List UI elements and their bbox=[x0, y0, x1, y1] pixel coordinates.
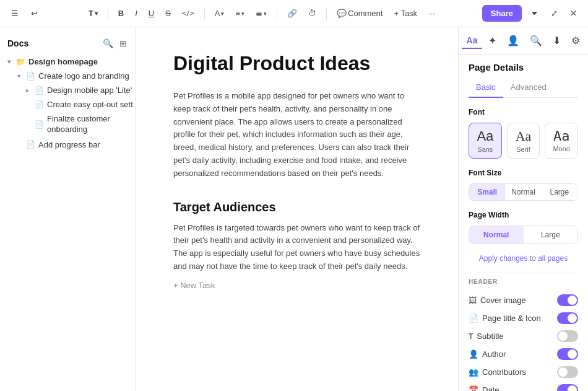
toggle-label-left: 👤 Author bbox=[469, 349, 506, 359]
toggle-label: Page title & Icon bbox=[482, 314, 541, 323]
divider-1 bbox=[108, 7, 108, 20]
content-block-intro: Pet Profiles is a mobile app designed fo… bbox=[173, 90, 421, 180]
sidebar-item-label: Design homepage bbox=[28, 57, 98, 66]
panel-star-tab[interactable]: ✦ bbox=[483, 32, 501, 49]
tab-basic[interactable]: Basic bbox=[469, 80, 503, 98]
toggle-label-left: 📅 Date bbox=[469, 385, 499, 391]
toggle-label: Contributors bbox=[482, 367, 526, 377]
fullscreen-button[interactable]: ⤢ bbox=[547, 6, 561, 20]
panel-title: Page Details bbox=[469, 62, 578, 72]
header-section-label: HEADER bbox=[469, 278, 578, 285]
history-button[interactable]: ⏷ bbox=[527, 6, 542, 20]
sidebar-title: Docs bbox=[7, 38, 28, 48]
toggle-label: Cover image bbox=[480, 296, 526, 305]
task-button[interactable]: + Task bbox=[390, 6, 421, 20]
right-panel: Aa ✦ 👤 🔍 ⬇ ⚙ Page Details Basic Advanced… bbox=[458, 27, 588, 391]
sidebar-search-button[interactable]: 🔍 bbox=[102, 37, 115, 50]
toolbar-left: ☰ ↩ bbox=[7, 6, 41, 20]
sidebar-item-label: Finalize customer onboarding bbox=[47, 114, 126, 135]
toolbar-right: Share ⏷ ⤢ ✕ bbox=[482, 5, 581, 22]
sidebar-item-design-homepage[interactable]: ▾ 📁 Design homepage bbox=[2, 55, 133, 69]
sidebar-item-label: Add progress bar bbox=[38, 140, 100, 149]
width-options: Normal Large bbox=[469, 226, 578, 244]
divider bbox=[469, 273, 578, 273]
sidebar-item-logo-branding[interactable]: ▾ 📄 Create logo and branding bbox=[2, 69, 133, 83]
date-toggle[interactable] bbox=[557, 384, 578, 391]
author-toggle[interactable] bbox=[557, 348, 578, 360]
width-large-button[interactable]: Large bbox=[524, 226, 578, 244]
link-button[interactable]: 🔗 bbox=[283, 6, 301, 20]
page-title-toggle[interactable] bbox=[557, 312, 578, 324]
divider-3 bbox=[277, 7, 277, 20]
toggle-date: 📅 Date bbox=[469, 381, 578, 391]
contributors-icon: 👥 bbox=[469, 367, 478, 377]
arrow-icon: ▾ bbox=[7, 58, 16, 65]
toggle-contributors: 👥 Contributors bbox=[469, 363, 578, 381]
close-button[interactable]: ✕ bbox=[566, 6, 581, 20]
font-option-serif[interactable]: Aa Serif bbox=[507, 123, 540, 159]
page-title-icon: 📄 bbox=[469, 314, 478, 323]
font-color-button[interactable]: A ▾ bbox=[211, 6, 228, 20]
underline-button[interactable]: U bbox=[145, 6, 158, 20]
toggle-subtitle: T Subtitle bbox=[469, 327, 578, 345]
cover-image-toggle[interactable] bbox=[557, 294, 578, 306]
sidebar-item-mobile-app[interactable]: ▸ 📄 Design mobile app 'Lite' UI bbox=[2, 83, 133, 97]
contributors-toggle[interactable] bbox=[557, 366, 578, 378]
font-option-sans[interactable]: Aa Sans bbox=[469, 123, 502, 159]
sidebar-layout-button[interactable]: ⊞ bbox=[118, 37, 128, 50]
comment-button[interactable]: 💬 Comment bbox=[333, 6, 386, 20]
font-section-label: Font bbox=[469, 108, 578, 116]
back-button[interactable]: ↩ bbox=[27, 6, 41, 20]
toggle-label: Subtitle bbox=[477, 332, 503, 341]
panel-person-tab[interactable]: 👤 bbox=[502, 32, 524, 49]
italic-button[interactable]: I bbox=[131, 6, 141, 20]
new-task-link[interactable]: + New Task bbox=[173, 281, 215, 290]
toolbar: ☰ ↩ T ▾ B I U S </> A ▾ ≡ ▾ ≣ ▾ 🔗 ⏱ 💬 Co… bbox=[0, 0, 588, 27]
intro-text: Pet Profiles is a mobile app designed fo… bbox=[173, 90, 421, 180]
share-button[interactable]: Share bbox=[482, 5, 522, 22]
size-large-button[interactable]: Large bbox=[542, 184, 577, 200]
code-button[interactable]: </> bbox=[178, 7, 198, 20]
folder-icon: 📁 bbox=[16, 58, 25, 66]
list-button[interactable]: ≣ ▾ bbox=[252, 6, 270, 20]
strikethrough-button[interactable]: S bbox=[162, 6, 175, 20]
align-button[interactable]: ≡ ▾ bbox=[231, 6, 248, 20]
size-small-button[interactable]: Small bbox=[469, 184, 505, 200]
panel-font-tab[interactable]: Aa bbox=[462, 33, 483, 49]
sidebar-item-label: Create easy opt-out settings bbox=[47, 100, 133, 109]
font-size-label: Font Size bbox=[469, 169, 578, 177]
bold-button[interactable]: B bbox=[115, 6, 128, 20]
cover-image-icon: 🖼 bbox=[469, 296, 477, 305]
more-button[interactable]: ··· bbox=[425, 6, 439, 20]
sidebar-header: Docs 🔍 ⊞ bbox=[0, 35, 136, 55]
font-label-sans: Sans bbox=[472, 146, 499, 153]
doc-icon: 📄 bbox=[26, 72, 35, 81]
apply-all-link[interactable]: Apply changes to all pages bbox=[469, 254, 578, 263]
panel-settings-tab[interactable]: ⚙ bbox=[566, 32, 585, 49]
timer-button[interactable]: ⏱ bbox=[305, 6, 320, 20]
doc-icon: 📄 bbox=[35, 100, 44, 109]
panel-search-tab[interactable]: 🔍 bbox=[525, 32, 547, 49]
sidebar-item-progress-bar[interactable]: ▸ 📄 Add progress bar bbox=[2, 138, 133, 152]
panel-export-tab[interactable]: ⬇ bbox=[548, 32, 566, 49]
sidebar-item-opt-out[interactable]: ▸ 📄 Create easy opt-out settings bbox=[2, 97, 133, 112]
content-area: Digital Product Ideas Pet Profiles is a … bbox=[136, 27, 458, 391]
doc-icon: 📄 bbox=[26, 140, 35, 149]
sidebar-item-label: Design mobile app 'Lite' UI bbox=[47, 86, 133, 95]
divider-2 bbox=[204, 7, 205, 20]
audiences-text: Pet Profiles is targeted towards pet own… bbox=[173, 222, 421, 273]
tab-advanced[interactable]: Advanced bbox=[503, 80, 554, 98]
doc-icon: 📄 bbox=[35, 120, 44, 129]
panel-body: Page Details Basic Advanced Font Aa Sans… bbox=[459, 55, 588, 391]
toggle-label-left: 📄 Page title & Icon bbox=[469, 314, 541, 323]
sidebar-item-onboarding[interactable]: ▸ 📄 Finalize customer onboarding bbox=[2, 112, 133, 138]
text-type-button[interactable]: T ▾ bbox=[85, 6, 102, 20]
size-normal-button[interactable]: Normal bbox=[505, 184, 541, 200]
subtitle-toggle[interactable] bbox=[557, 330, 578, 342]
sidebar-item-label: Create logo and branding bbox=[38, 71, 129, 81]
font-option-mono[interactable]: Aa Mono bbox=[545, 123, 578, 159]
toolbar-center: T ▾ B I U S </> A ▾ ≡ ▾ ≣ ▾ 🔗 ⏱ 💬 Commen… bbox=[44, 6, 480, 20]
width-normal-button[interactable]: Normal bbox=[469, 226, 524, 244]
content-block-audiences: Target Audiences Pet Profiles is targete… bbox=[173, 200, 421, 291]
menu-button[interactable]: ☰ bbox=[7, 6, 22, 20]
